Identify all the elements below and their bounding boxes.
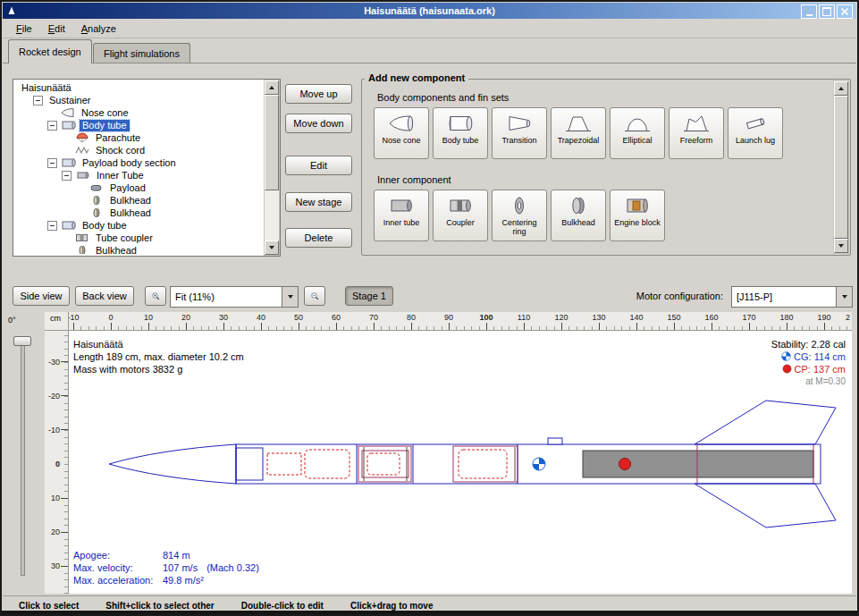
collapse-toggle-icon[interactable] <box>47 221 57 231</box>
add-bulkhead-button[interactable]: Bulkhead <box>551 190 606 241</box>
maximize-button[interactable] <box>819 4 835 19</box>
tree-item-inner-tube[interactable]: Inner Tube <box>15 169 264 181</box>
new-stage-button[interactable]: New stage <box>285 192 352 212</box>
tree-item-bulkhead[interactable]: Bulkhead <box>15 244 264 254</box>
body-tube-icon <box>61 120 77 131</box>
edit-button[interactable]: Edit <box>285 156 352 175</box>
tree-item-sustainer[interactable]: Sustainer <box>15 94 264 106</box>
cg-icon <box>781 351 791 361</box>
delete-button[interactable]: Delete <box>285 228 352 248</box>
zoom-select[interactable]: Fit (11%) <box>170 286 299 308</box>
move-up-button[interactable]: Move up <box>285 84 352 104</box>
tree-item-bulkhead[interactable]: Bulkhead <box>15 207 264 219</box>
tab-rocket-design[interactable]: Rocket design <box>8 39 92 63</box>
v-ruler-tick: -30 <box>48 358 60 367</box>
menu-analyze[interactable]: Analyze <box>73 21 124 36</box>
tree-item-body-tube-aft[interactable]: Body tube <box>15 219 264 232</box>
transition-icon <box>506 113 533 134</box>
tree-scrollbar-thumb[interactable] <box>265 95 279 190</box>
h-ruler-tick: 70 <box>369 313 378 322</box>
add-transition-button[interactable]: Transition <box>492 107 547 159</box>
app-icon <box>6 5 17 16</box>
stage-1-toggle[interactable]: Stage 1 <box>345 286 393 306</box>
stability-line: Stability: 2.28 cal <box>771 338 846 350</box>
inner-component-label: Inner component <box>377 174 451 185</box>
add-body-tube-button[interactable]: Body tube <box>433 107 488 159</box>
collapse-toggle-icon[interactable] <box>33 96 43 105</box>
tree-item-tube-coupler[interactable]: Tube coupler <box>15 232 264 244</box>
launch-lug-outline[interactable] <box>548 438 562 444</box>
add-panel-scrollbar[interactable] <box>833 80 849 254</box>
coupler-icon <box>447 195 474 216</box>
scroll-up-icon[interactable] <box>834 81 848 96</box>
tree-item-bulkhead[interactable]: Bulkhead <box>15 194 264 207</box>
close-icon <box>841 8 848 15</box>
h-ruler-tick: 2 <box>846 313 850 322</box>
add-coupler-button[interactable]: Coupler <box>433 190 488 241</box>
hint-click-select: Click to select <box>19 601 79 611</box>
tree-item-payload-body-section[interactable]: Payload body section <box>15 156 264 169</box>
hint-click-drag: Click+drag to move <box>350 601 434 611</box>
side-view-button[interactable]: Side view <box>13 286 70 306</box>
scroll-down-icon[interactable] <box>834 239 848 253</box>
collapse-toggle-icon[interactable] <box>47 121 57 131</box>
chevron-down-icon[interactable] <box>282 287 298 307</box>
rocket-canvas[interactable]: Haisunäätä Length 189 cm, max. diameter … <box>69 331 852 594</box>
bulkhead-icon <box>88 195 105 206</box>
rotation-pane: 0° <box>2 312 45 594</box>
rotation-slider-track[interactable] <box>21 339 25 576</box>
tree-item-nose-cone[interactable]: Nose cone <box>15 106 264 119</box>
h-ruler-tick: 100 <box>479 313 493 322</box>
h-ruler-tick: 20 <box>181 313 190 322</box>
add-trapezoidal-fin-button[interactable]: Trapezoidal <box>551 107 606 159</box>
motor-configuration-select[interactable]: [J115-P] <box>731 286 853 308</box>
menu-edit[interactable]: Edit <box>40 21 73 36</box>
tab-flight-simulations[interactable]: Flight simulations <box>93 43 190 63</box>
add-nose-cone-button[interactable]: Nose cone <box>374 107 429 159</box>
title-bar[interactable]: Haisunäätä (haisunaata.ork) <box>3 3 856 19</box>
inner-tube-icon <box>388 195 415 216</box>
tree-scrollbar[interactable] <box>264 80 280 256</box>
inner-tube-icon <box>75 170 91 181</box>
h-ruler-tick: 150 <box>667 313 680 322</box>
tree-item-parachute[interactable]: Parachute <box>15 131 264 144</box>
collapse-toggle-icon[interactable] <box>62 171 72 181</box>
add-panel-scrollbar-thumb[interactable] <box>834 96 848 239</box>
back-view-button[interactable]: Back view <box>75 286 134 306</box>
collapse-toggle-icon[interactable] <box>47 158 57 168</box>
engine-block-icon <box>624 195 651 216</box>
scroll-up-icon[interactable] <box>265 80 279 95</box>
zoom-out-button[interactable] <box>304 286 325 306</box>
add-freeform-fin-button[interactable]: Freeform <box>669 107 724 159</box>
minimize-button[interactable] <box>801 4 817 19</box>
close-button[interactable] <box>837 4 853 19</box>
move-down-button[interactable]: Move down <box>285 114 352 133</box>
v-ruler-tick: 30 <box>51 561 60 570</box>
tree-item-shock-cord[interactable]: Shock cord <box>15 144 264 156</box>
menu-file[interactable]: File <box>8 21 40 36</box>
chevron-down-icon[interactable] <box>836 287 852 307</box>
tree-item-rocket[interactable]: Haisunäätä <box>15 81 264 94</box>
cp-marker <box>619 459 631 470</box>
motor-body[interactable] <box>583 451 813 477</box>
zoom-in-button[interactable] <box>145 286 166 306</box>
add-centering-ring-button[interactable]: Centering ring <box>492 190 547 241</box>
fin-upper[interactable] <box>695 401 836 444</box>
add-elliptical-fin-button[interactable]: Elliptical <box>610 107 665 159</box>
body-tube-icon <box>447 113 474 134</box>
tree-item-body-tube[interactable]: Body tube <box>15 119 264 131</box>
fin-lower[interactable] <box>695 484 836 527</box>
h-ruler-tick: 40 <box>257 313 265 322</box>
tree-item-payload[interactable]: Payload <box>15 181 264 194</box>
h-ruler-tick: 90 <box>444 313 453 322</box>
selected-tree-label: Body tube <box>80 120 130 131</box>
cp-icon <box>782 364 792 374</box>
rotation-slider-handle[interactable] <box>13 336 31 346</box>
add-launch-lug-button[interactable]: Launch lug <box>728 107 783 159</box>
h-ruler-tick: 30 <box>219 313 228 322</box>
add-engine-block-button[interactable]: Engine block <box>610 190 665 241</box>
add-inner-tube-button[interactable]: Inner tube <box>374 190 429 241</box>
scroll-down-icon[interactable] <box>265 240 279 255</box>
cp-line: CP: 137 cm <box>771 363 846 376</box>
body-components-label: Body components and fin sets <box>377 92 509 103</box>
